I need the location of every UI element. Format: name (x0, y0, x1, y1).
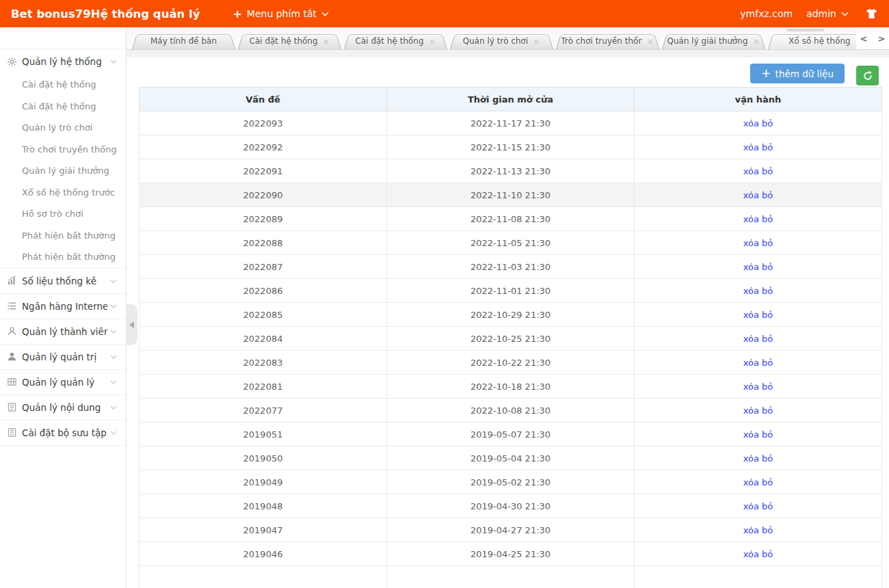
sidebar-subitem[interactable]: Cài đặt hệ thống (0, 96, 126, 118)
delete-link[interactable]: xóa bỏ (743, 238, 773, 248)
open-time-cell: 2019-04-30 21:30 (387, 494, 635, 518)
issue-cell: 2022077 (140, 399, 387, 423)
open-time-cell: 2022-11-13 21:30 (387, 159, 635, 183)
sidebar-section[interactable]: Quản lý nội dung (0, 395, 126, 420)
sidebar-section[interactable]: Quản lý thành viên (0, 319, 126, 344)
top-header: Bet bonus79Hệ thống quản lý + Menu phím … (0, 0, 889, 27)
operation-cell: xóa bỏ (635, 494, 882, 518)
sidebar-subitem[interactable]: Phát hiện bất thường (0, 225, 126, 247)
sidebar-subitem[interactable]: Hồ sơ trò chơi (0, 203, 126, 225)
table-row: 20220872022-11-03 21:30xóa bỏ (140, 255, 882, 279)
chevron-down-icon (107, 59, 117, 64)
tab-scroll-controls: < > (856, 27, 889, 49)
grid-icon (7, 377, 18, 387)
sidebar-section[interactable]: Số liệu thống kê (0, 268, 126, 293)
refresh-button[interactable] (856, 66, 879, 85)
table-row: 20220922022-11-15 21:30xóa bỏ (140, 135, 882, 159)
delete-link[interactable]: xóa bỏ (743, 286, 773, 296)
sidebar-subitem[interactable]: Quản lý trò chơi (0, 117, 126, 139)
sidebar-section[interactable]: Quản lý hệ thống (0, 49, 126, 74)
issue-cell: 2022087 (140, 255, 387, 279)
tab[interactable]: Cài đặt hệ thống× (344, 33, 447, 49)
delete-link[interactable]: xóa bỏ (743, 190, 773, 200)
delete-link[interactable]: xóa bỏ (743, 142, 773, 152)
delete-link[interactable]: xóa bỏ (743, 429, 773, 440)
user-menu[interactable]: admin (806, 8, 849, 19)
table-body: 20220932022-11-17 21:30xóa bỏ20220922022… (140, 111, 882, 588)
delete-link[interactable]: xóa bỏ (743, 405, 773, 416)
sidebar-submenu: Cài đặt hệ thốngCài đặt hệ thốngQuản lý … (0, 74, 126, 268)
tab-close-icon[interactable]: × (647, 37, 654, 46)
sidebar-subitem[interactable]: Phát hiện bất thường (0, 246, 126, 268)
sidebar-section[interactable]: Ngân hàng Internet (0, 293, 126, 319)
tab-close-icon[interactable]: × (323, 37, 330, 46)
shortcut-menu-button[interactable]: + Menu phím tắt (233, 8, 329, 21)
delete-link[interactable]: xóa bỏ (743, 166, 773, 176)
tab-label: Trò chơi truyền thống (561, 36, 642, 46)
operation-cell: xóa bỏ (635, 399, 882, 423)
delete-link[interactable]: xóa bỏ (743, 453, 773, 464)
column-header-operation: vận hành (635, 88, 882, 111)
sidebar-subitem[interactable]: Trò chơi truyền thống (0, 139, 126, 161)
delete-link[interactable]: xóa bỏ (743, 262, 773, 272)
sidebar-subitem[interactable]: Xổ số hệ thống trước (0, 182, 126, 204)
table-row: 20190472019-04-27 21:30xóa bỏ (140, 518, 882, 542)
tab-close-icon[interactable]: × (533, 37, 540, 46)
tab-scroll-right-button[interactable]: > (878, 34, 886, 44)
operation-cell: xóa bỏ (635, 446, 882, 470)
operation-cell: xóa bỏ (635, 183, 882, 207)
delete-link[interactable]: xóa bỏ (743, 501, 773, 511)
add-data-button[interactable]: + thêm dữ liệu (750, 64, 845, 83)
tab[interactable]: Máy tính để bàn (132, 33, 235, 49)
site-domain: ymfxz.com (740, 8, 793, 19)
collapse-arrow-icon (129, 321, 134, 328)
issue-cell: 2022081 (140, 375, 387, 399)
delete-link[interactable]: xóa bỏ (743, 118, 773, 129)
operation-cell: xóa bỏ (635, 351, 882, 375)
delete-link[interactable]: xóa bỏ (743, 382, 773, 392)
tab[interactable]: Quản lý giải thưởng× (662, 33, 765, 49)
tab-close-icon[interactable]: × (429, 37, 436, 46)
shortcut-menu-label: Menu phím tắt (247, 8, 317, 19)
sidebar-collapse-handle[interactable] (126, 304, 137, 345)
operation-cell: xóa bỏ (635, 470, 882, 494)
sidebar-section[interactable]: Quản lý quản trị (0, 344, 126, 369)
user-name: admin (806, 8, 836, 19)
delete-link[interactable]: xóa bỏ (743, 214, 773, 224)
column-header-issue: Vấn đề (140, 88, 387, 111)
delete-link[interactable]: xóa bỏ (743, 310, 773, 320)
tab-close-icon[interactable]: × (753, 37, 760, 46)
tab[interactable]: Trò chơi truyền thống× (556, 33, 659, 49)
header-right: ymfxz.com admin (740, 8, 878, 19)
open-time-cell: 2022-11-10 21:30 (387, 183, 635, 207)
chevron-down-icon (841, 12, 849, 16)
tab[interactable]: Cài đặt hệ thống× (238, 33, 341, 49)
table-row: 20190512019-05-07 21:30xóa bỏ (140, 423, 882, 446)
tab[interactable]: Quản lý trò chơi× (450, 33, 553, 49)
open-time-cell: 2019-05-07 21:30 (387, 423, 635, 446)
operation-cell: xóa bỏ (635, 542, 882, 566)
delete-link[interactable]: xóa bỏ (743, 477, 773, 487)
delete-link[interactable]: xóa bỏ (743, 358, 773, 368)
operation-cell: xóa bỏ (635, 231, 882, 255)
delete-link[interactable]: xóa bỏ (743, 525, 773, 535)
tab-scroll-left-button[interactable]: < (860, 34, 868, 44)
plus-icon: + (761, 66, 771, 80)
sidebar-subitem[interactable]: Quản lý giải thưởng (0, 160, 126, 182)
chevron-down-icon (107, 405, 117, 410)
shirt-icon[interactable] (865, 8, 878, 19)
sidebar-section[interactable]: Cài đặt bộ sưu tập (0, 420, 126, 445)
tab-scrollbar-thumb[interactable] (786, 29, 824, 31)
delete-link[interactable]: xóa bỏ (743, 334, 773, 344)
table-row: 20220812022-10-18 21:30xóa bỏ (140, 375, 882, 399)
tabstrip-lower-band (127, 50, 889, 57)
table-row: 20220842022-10-25 21:30xóa bỏ (140, 327, 882, 351)
open-time-cell: 2022-11-03 21:30 (387, 255, 635, 279)
operation-cell: xóa bỏ (635, 207, 882, 231)
sidebar-section[interactable]: Quản lý quản lý (0, 369, 126, 395)
tab-bar: Máy tính để bànCài đặt hệ thống×Cài đặt … (127, 27, 889, 50)
delete-link[interactable]: xóa bỏ (743, 549, 773, 559)
sidebar-section-label: Số liệu thống kê (22, 276, 96, 286)
sidebar-subitem[interactable]: Cài đặt hệ thống (0, 74, 126, 96)
chevron-down-icon (107, 330, 117, 334)
